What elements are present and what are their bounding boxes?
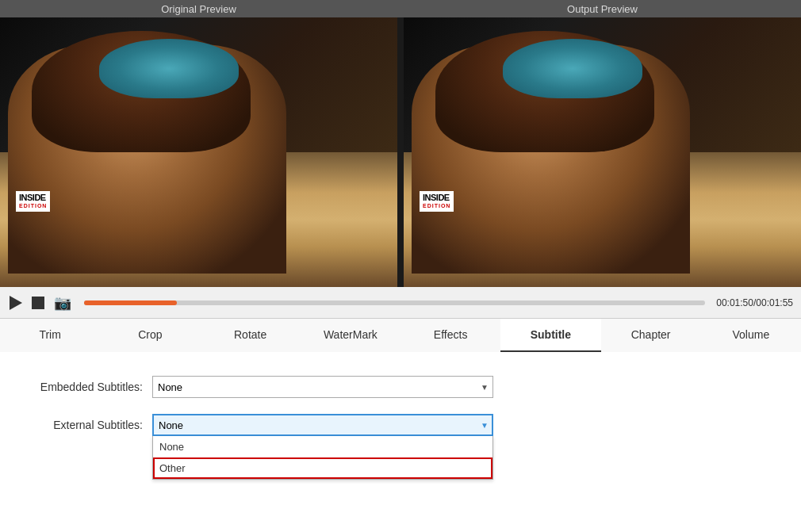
watermark-badge-left: INSIDE EDITION	[16, 191, 50, 212]
tab-volume[interactable]: Volume	[701, 319, 801, 352]
preview-labels-bar: Original Preview Output Preview	[0, 0, 801, 17]
play-button[interactable]	[8, 294, 24, 312]
progress-fill	[84, 300, 177, 305]
tab-effects[interactable]: Effects	[400, 319, 500, 352]
watermark-main-left: INSIDE	[19, 193, 47, 203]
tab-chapter[interactable]: Chapter	[601, 319, 701, 352]
snapshot-button[interactable]: 📷	[52, 293, 73, 313]
tab-trim[interactable]: Trim	[0, 319, 100, 352]
time-display: 00:01:50/00:01:55	[716, 297, 793, 308]
external-subtitles-select[interactable]: None Other	[152, 414, 493, 436]
external-subtitles-dropdown: None Other	[152, 436, 493, 480]
dropdown-option-none[interactable]: None	[153, 436, 492, 457]
tab-rotate[interactable]: Rotate	[201, 319, 301, 352]
original-preview-label: Original Preview	[0, 3, 397, 15]
original-preview-pane: INSIDE EDITION	[0, 17, 397, 287]
embedded-subtitles-select[interactable]: None	[152, 376, 493, 398]
embedded-subtitles-select-wrapper: None ▼	[152, 376, 493, 398]
watermark-main-right: INSIDE	[423, 193, 450, 203]
camera-icon: 📷	[54, 294, 71, 312]
play-icon	[10, 296, 22, 310]
tabs-bar: Trim Crop Rotate WaterMark Effects Subti…	[0, 319, 801, 352]
output-video-content: INSIDE EDITION	[404, 17, 801, 287]
output-preview-label: Output Preview	[404, 3, 801, 15]
tab-watermark[interactable]: WaterMark	[301, 319, 400, 352]
subtitle-content-area: Embedded Subtitles: None ▼ External Subt…	[0, 352, 801, 532]
dropdown-option-other[interactable]: Other	[153, 457, 492, 479]
original-video-content: INSIDE EDITION	[0, 17, 397, 287]
external-subtitles-select-wrapper: None Other ▼ None Other	[152, 414, 493, 436]
external-subtitles-label: External Subtitles:	[16, 419, 143, 431]
stop-button[interactable]	[30, 295, 46, 311]
embedded-subtitles-label: Embedded Subtitles:	[16, 381, 143, 393]
embedded-subtitles-row: Embedded Subtitles: None ▼	[16, 376, 785, 398]
controls-bar: 📷 00:01:50/00:01:55	[0, 287, 801, 319]
progress-bar[interactable]	[84, 300, 705, 305]
previews-row: INSIDE EDITION INSIDE EDITION	[0, 17, 801, 287]
tab-subtitle[interactable]: Subtitle	[500, 319, 600, 352]
stop-icon	[32, 297, 44, 309]
tab-crop[interactable]: Crop	[100, 319, 200, 352]
watermark-sub-left: EDITION	[19, 203, 47, 209]
output-preview-pane: INSIDE EDITION	[404, 17, 801, 287]
external-subtitles-row: External Subtitles: None Other ▼ None Ot…	[16, 414, 785, 436]
watermark-badge-right: INSIDE EDITION	[420, 191, 454, 212]
watermark-sub-right: EDITION	[423, 203, 450, 209]
